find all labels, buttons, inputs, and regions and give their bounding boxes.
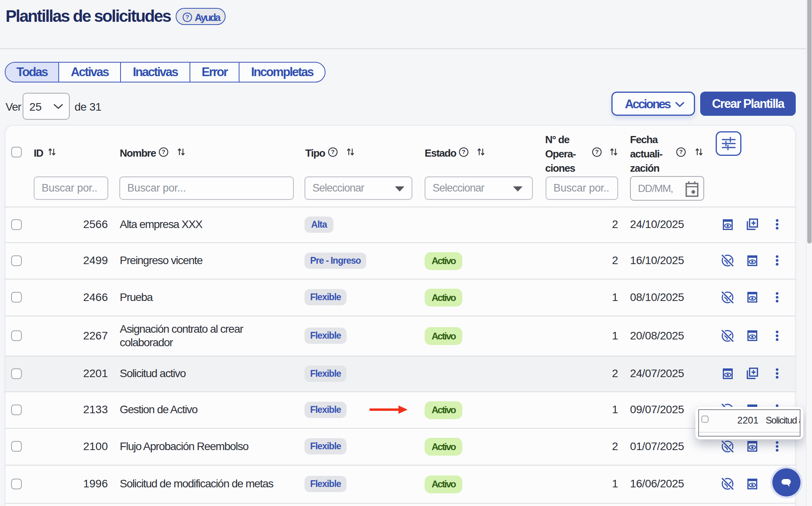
svg-text:?: ?: [595, 149, 599, 155]
svg-text:?: ?: [162, 149, 165, 155]
svg-text:?: ?: [186, 14, 189, 20]
svg-text:?: ?: [462, 149, 465, 155]
svg-text:?: ?: [679, 149, 683, 155]
svg-text:?: ?: [331, 149, 335, 155]
